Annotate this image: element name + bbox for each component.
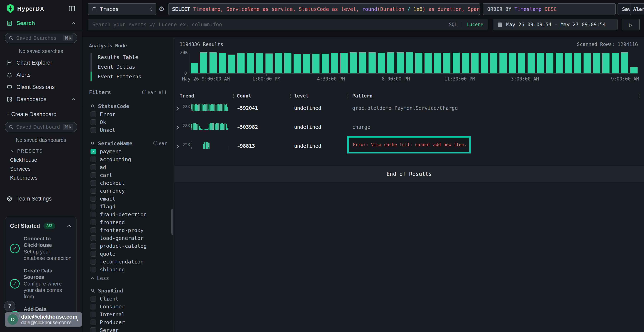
checkbox[interactable]	[90, 196, 96, 202]
sidebar-item-alerts[interactable]: Alerts	[0, 69, 82, 81]
filter-option[interactable]: Server	[83, 326, 174, 332]
checkbox[interactable]	[90, 204, 96, 210]
user-menu[interactable]: D dale@clickhouse.com dale@clickhouse.co…	[5, 312, 82, 327]
checkbox[interactable]	[90, 235, 96, 241]
highlighted-pattern-box[interactable]: Error: Visa cache full: cannot add new i…	[347, 136, 471, 154]
event-search-bar[interactable]: SQL | Lucene	[88, 18, 488, 30]
column-header-level[interactable]: level	[294, 93, 308, 98]
source-settings-gear-icon[interactable]: ⚙	[159, 4, 164, 13]
show-less-toggle[interactable]: Less	[83, 274, 174, 281]
run-query-button[interactable]: ▷	[622, 18, 640, 30]
saved-searches-search[interactable]: ⌘K	[5, 33, 77, 43]
sidebar-collapse-icon[interactable]	[68, 5, 76, 12]
chevron-up-icon[interactable]	[71, 98, 76, 100]
sidebar-item-dashboards[interactable]: Dashboards	[0, 93, 82, 105]
filter-option[interactable]: recommendation	[83, 258, 174, 266]
filter-option[interactable]: cart	[83, 171, 174, 179]
checkbox[interactable]	[90, 127, 96, 133]
saved-searches-input[interactable]	[16, 36, 60, 41]
checkbox[interactable]	[90, 164, 96, 170]
column-drag-handle-icon[interactable]: ⋮	[288, 93, 293, 98]
checkbox[interactable]	[90, 112, 96, 117]
lang-sql-option[interactable]: SQL	[449, 22, 457, 27]
column-drag-handle-icon[interactable]: ⋮	[231, 93, 236, 98]
filters-clear-all[interactable]: Clear all	[142, 90, 167, 95]
sidebar-item-team-settings[interactable]: Team Settings	[0, 193, 82, 205]
checkbox[interactable]: ✓	[90, 149, 96, 154]
filter-option[interactable]: Error	[83, 110, 174, 118]
query-language-toggle[interactable]: SQL | Lucene	[449, 22, 488, 27]
checkbox[interactable]	[90, 119, 96, 125]
sidebar-item-client-sessions[interactable]: Client Sessions	[0, 81, 82, 93]
filter-option[interactable]: ✓payment	[83, 148, 174, 156]
checkbox[interactable]	[90, 172, 96, 178]
filter-option[interactable]: frontend-proxy	[83, 226, 174, 234]
preset-dashboard-link[interactable]: Kubernetes	[0, 173, 82, 182]
filter-option[interactable]: email	[83, 195, 174, 203]
table-options-icon[interactable]: ⋮	[637, 93, 642, 98]
search-icon[interactable]	[90, 141, 95, 146]
checkbox[interactable]	[90, 180, 96, 186]
get-started-item[interactable]: ✓Connect to ClickHouseSet up your databa…	[10, 236, 72, 261]
filter-option[interactable]: Ok	[83, 118, 174, 126]
expand-row-chevron-icon[interactable]	[176, 125, 179, 130]
filter-option[interactable]: load-generator	[83, 234, 174, 242]
create-dashboard-button[interactable]: + Create Dashboard	[0, 108, 82, 120]
checkbox[interactable]	[90, 267, 96, 272]
filter-group-clear[interactable]: Clear	[153, 141, 167, 146]
filter-option[interactable]: checkout	[83, 179, 174, 187]
chevron-up-icon[interactable]	[71, 22, 76, 24]
filter-option[interactable]: quote	[83, 250, 174, 258]
saved-dashboards-search[interactable]: ⌘K	[5, 122, 77, 132]
date-range-picker[interactable]: May 26 09:09:54 - May 27 09:09:54	[493, 18, 618, 30]
filter-option[interactable]: shipping	[83, 266, 174, 274]
checkbox[interactable]	[90, 243, 96, 249]
filter-option[interactable]: currency	[83, 187, 174, 195]
analysis-mode-event-patterns[interactable]: Event Patterns	[90, 72, 174, 82]
filter-option[interactable]: Unset	[83, 126, 174, 134]
checkbox[interactable]	[90, 156, 96, 162]
search-icon[interactable]	[90, 288, 95, 293]
checkbox[interactable]	[90, 220, 96, 225]
checkbox[interactable]	[90, 296, 96, 302]
filter-option[interactable]: Internal	[83, 310, 174, 318]
preset-dashboard-link[interactable]: ClickHouse	[0, 156, 82, 164]
column-header-trend[interactable]: Trend	[180, 93, 194, 98]
preset-dashboard-link[interactable]: Services	[0, 164, 82, 173]
sidebar-item-chart-explorer[interactable]: Chart Explorer	[0, 57, 82, 69]
pattern-row[interactable]: 28K~592041undefinedgrpc.oteldemo.Payment…	[174, 101, 644, 120]
source-select[interactable]: Traces	[88, 3, 156, 15]
filter-option[interactable]: Producer	[83, 318, 174, 326]
order-by-input[interactable]: ORDER BY Timestamp DESC	[483, 3, 616, 15]
column-drag-handle-icon[interactable]: ⋮	[346, 93, 350, 98]
event-search-input[interactable]	[88, 22, 449, 28]
filter-option[interactable]: product-catalog	[83, 242, 174, 250]
get-started-item[interactable]: ✓Create Data SourcesConfigure where your…	[10, 268, 72, 300]
filter-option[interactable]: Consumer	[83, 303, 174, 310]
results-histogram[interactable]: 28K 0	[190, 52, 638, 74]
chevron-up-icon[interactable]	[67, 225, 72, 227]
analysis-mode-results-table[interactable]: Results Table	[90, 52, 174, 62]
pattern-row[interactable]: 22K~98813undefinedError: Visa cache full…	[174, 139, 644, 158]
checkbox[interactable]	[90, 304, 96, 310]
filter-option[interactable]: flagd	[83, 203, 174, 210]
presets-toggle[interactable]: PRESETS	[0, 146, 82, 156]
filter-option[interactable]: ad	[83, 163, 174, 171]
filter-option[interactable]: fraud-detection	[83, 210, 174, 218]
search-icon[interactable]	[90, 104, 95, 108]
filters-scrollbar[interactable]	[172, 209, 173, 235]
checkbox[interactable]	[90, 251, 96, 257]
app-logo[interactable]: HyperDX	[6, 4, 44, 13]
expand-row-chevron-icon[interactable]	[176, 106, 179, 111]
column-header-count[interactable]: Count	[237, 93, 251, 98]
lang-lucene-option[interactable]: Lucene	[466, 22, 483, 27]
expand-row-chevron-icon[interactable]	[176, 144, 179, 149]
filter-option[interactable]: accounting	[83, 156, 174, 163]
filter-option[interactable]: frontend	[83, 218, 174, 226]
sidebar-item-search[interactable]: Search	[0, 17, 82, 29]
checkbox[interactable]	[90, 327, 96, 332]
alerts-button[interactable]: Alerts	[630, 3, 644, 15]
help-button[interactable]: ?	[4, 301, 15, 312]
checkbox[interactable]	[90, 227, 96, 233]
column-header-pattern[interactable]: Pattern	[352, 93, 373, 98]
